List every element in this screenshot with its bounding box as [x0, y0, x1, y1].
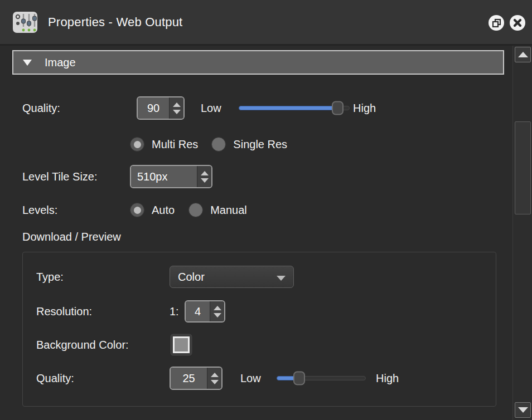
- quality-low-label: Low: [201, 96, 221, 120]
- multi-res-radio[interactable]: [130, 137, 144, 152]
- slider-thumb[interactable]: [293, 372, 305, 385]
- type-label: Type:: [36, 266, 64, 288]
- quality-spin-buttons[interactable]: [169, 97, 183, 119]
- level-tile-size-spinner[interactable]: 510px: [130, 165, 212, 188]
- spin-down-icon[interactable]: [173, 110, 181, 114]
- resolution-label: Resolution:: [36, 300, 92, 323]
- resolution-spin-buttons[interactable]: [210, 301, 224, 321]
- background-color-label: Background Color:: [36, 333, 129, 356]
- quality-high-label: High: [353, 96, 376, 120]
- spin-up-icon[interactable]: [173, 102, 181, 107]
- scrollbar[interactable]: [512, 46, 532, 420]
- dp-quality-high-label: High: [376, 367, 399, 390]
- levels-label: Levels:: [22, 203, 57, 217]
- image-section-label: Image: [45, 56, 76, 69]
- type-dropdown[interactable]: Color: [170, 266, 294, 288]
- dp-quality-spin-buttons[interactable]: [207, 368, 221, 389]
- float-window-icon[interactable]: [489, 15, 504, 31]
- levels-auto-radio[interactable]: [130, 203, 144, 217]
- window-title: Properties - Web Output: [48, 15, 182, 30]
- slider-thumb[interactable]: [332, 101, 344, 115]
- resolution-ratio-prefix: 1:: [170, 300, 179, 323]
- spin-up-icon[interactable]: [214, 306, 221, 310]
- levels-manual-radio[interactable]: [188, 203, 203, 217]
- dp-quality-label: Quality:: [36, 367, 74, 390]
- spin-down-icon[interactable]: [211, 380, 219, 384]
- multi-res-label: Multi Res: [152, 138, 198, 151]
- quality-spinner[interactable]: 90: [137, 96, 185, 120]
- res-mode-radios: Multi Res Single Res: [130, 137, 287, 152]
- close-icon[interactable]: [510, 15, 525, 31]
- levels-auto-label: Auto: [152, 204, 175, 217]
- levels-radios: Auto Manual: [130, 203, 247, 217]
- quality-value[interactable]: 90: [138, 97, 169, 119]
- download-preview-title: Download / Preview: [22, 231, 121, 243]
- level-tile-size-value[interactable]: 510px: [131, 166, 197, 187]
- spin-up-icon[interactable]: [201, 171, 209, 175]
- spin-up-icon[interactable]: [211, 373, 219, 377]
- level-tile-size-label: Level Tile Size:: [22, 165, 98, 188]
- titlebar: Properties - Web Output: [0, 0, 532, 46]
- levels-manual-label: Manual: [210, 204, 247, 217]
- chevron-down-icon: [277, 276, 286, 281]
- quality-slider[interactable]: [239, 106, 350, 110]
- single-res-label: Single Res: [233, 138, 287, 151]
- scroll-up-button[interactable]: [515, 47, 531, 62]
- sliders-icon: [12, 9, 38, 35]
- dp-quality-value[interactable]: 25: [171, 368, 207, 389]
- spin-down-icon[interactable]: [214, 313, 221, 318]
- image-section-header[interactable]: Image: [12, 50, 504, 75]
- scroll-down-button[interactable]: [515, 402, 531, 418]
- scrollbar-thumb[interactable]: [515, 121, 531, 214]
- titlebar-buttons: [489, 0, 525, 46]
- arrow-up-icon: [518, 52, 528, 57]
- background-color-swatch[interactable]: [170, 333, 193, 356]
- single-res-radio[interactable]: [211, 137, 226, 152]
- dp-quality-spinner[interactable]: 25: [170, 367, 223, 390]
- level-tile-size-spin-buttons[interactable]: [197, 166, 211, 187]
- slider-fill: [239, 106, 337, 110]
- type-value: Color: [178, 271, 205, 284]
- properties-panel: Properties - Web Output Image Quality: 9…: [0, 0, 532, 420]
- dp-quality-low-label: Low: [240, 367, 261, 390]
- download-preview-group: Type: Color Resolution: 1: 4 Background …: [22, 252, 496, 407]
- arrow-down-icon: [518, 407, 528, 413]
- dp-quality-slider[interactable]: [277, 376, 366, 380]
- collapse-triangle-icon: [23, 60, 32, 66]
- resolution-spinner[interactable]: 4: [185, 300, 225, 323]
- spin-down-icon[interactable]: [201, 178, 209, 183]
- swatch-color: [173, 336, 190, 353]
- quality-label: Quality:: [22, 96, 60, 120]
- resolution-value[interactable]: 4: [186, 301, 210, 321]
